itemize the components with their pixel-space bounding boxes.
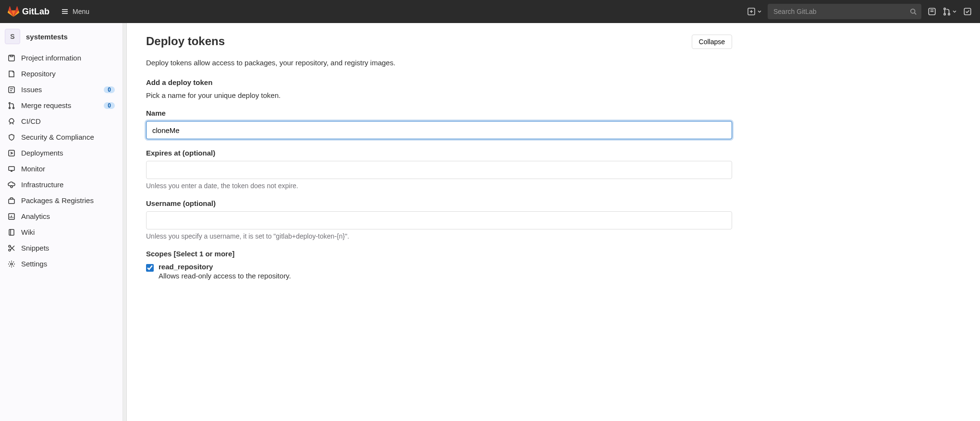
sidebar-item-issues[interactable]: Issues 0 [0, 82, 122, 97]
search-input[interactable] [768, 4, 921, 19]
svg-point-6 [911, 9, 915, 13]
svg-rect-15 [9, 55, 14, 61]
username-label: Username (optional) [146, 199, 732, 207]
svg-rect-24 [9, 167, 14, 170]
sidebar-item-label: Wiki [21, 228, 115, 236]
gitlab-logo-icon [8, 6, 19, 17]
project-avatar: S [5, 29, 20, 44]
expires-field-group: Expires at (optional) Unless you enter a… [146, 149, 732, 190]
sidebar-item-analytics[interactable]: Analytics [0, 208, 122, 224]
sidebar-item-label: Security & Compliance [21, 133, 115, 141]
topbar-left: GitLab Menu [8, 6, 93, 17]
package-icon [8, 197, 15, 204]
svg-point-11 [944, 8, 945, 10]
expires-label: Expires at (optional) [146, 149, 732, 157]
sidebar-item-label: Monitor [21, 165, 115, 173]
plus-icon [747, 8, 755, 15]
svg-point-39 [11, 263, 12, 265]
deployments-icon [8, 149, 15, 157]
scopes-title: Scopes [Select 1 or more] [146, 250, 732, 258]
svg-rect-16 [10, 55, 13, 57]
merge-requests-shortcut[interactable] [943, 7, 957, 16]
topbar: GitLab Menu [0, 0, 980, 23]
username-help: Unless you specify a username, it is set… [146, 232, 732, 240]
sidebar-item-project-information[interactable]: Project information [0, 50, 122, 66]
sidebar-item-settings[interactable]: Settings [0, 256, 122, 272]
scope-checkbox-read-repository[interactable] [146, 264, 154, 272]
sidebar-item-label: Deployments [21, 149, 115, 157]
book-icon [8, 229, 15, 236]
svg-point-36 [9, 245, 11, 247]
chart-icon [8, 213, 15, 220]
issues-count-badge: 0 [104, 86, 115, 93]
add-token-title: Add a deploy token [146, 78, 732, 86]
sidebar-item-snippets[interactable]: Snippets [0, 240, 122, 256]
project-name: systemtests [26, 33, 68, 41]
shield-icon [8, 133, 15, 141]
issues-icon [8, 86, 15, 94]
topbar-right [747, 4, 972, 19]
search-wrap [768, 4, 921, 19]
sidebar-item-wiki[interactable]: Wiki [0, 224, 122, 240]
collapse-button[interactable]: Collapse [692, 35, 732, 49]
add-token-desc: Pick a name for your unique deploy token… [146, 91, 732, 99]
scope-name: read_repository [159, 263, 291, 271]
svg-rect-23 [9, 150, 14, 156]
chevron-down-icon [757, 9, 762, 14]
scope-description: Allows read-only access to the repositor… [159, 272, 291, 280]
mr-count-badge: 0 [104, 102, 115, 109]
sidebar-item-label: Packages & Registries [21, 196, 115, 204]
sidebar-item-label: Infrastructure [21, 180, 115, 189]
sidebar-item-merge-requests[interactable]: Merge requests 0 [0, 97, 122, 113]
hamburger-icon [61, 8, 69, 15]
section-header: Deploy tokens Collapse [146, 35, 732, 53]
svg-point-12 [944, 13, 945, 15]
expires-help: Unless you enter a date, the token does … [146, 182, 732, 190]
cloud-gear-icon [8, 181, 15, 189]
sidebar-item-packages[interactable]: Packages & Registries [0, 192, 122, 208]
sidebar-item-label: Merge requests [21, 101, 98, 109]
sidebar-item-label: Settings [21, 260, 115, 268]
svg-point-22 [13, 107, 14, 108]
username-input[interactable] [146, 211, 732, 229]
project-header[interactable]: S systemtests [0, 23, 122, 50]
todo-shortcut-icon[interactable] [963, 7, 972, 16]
sidebar-item-infrastructure[interactable]: Infrastructure [0, 177, 122, 192]
brand-text: GitLab [22, 7, 49, 17]
logo[interactable]: GitLab [8, 6, 49, 17]
sidebar-item-label: Repository [21, 70, 115, 78]
sidebar: S systemtests Project information Reposi… [0, 23, 123, 421]
menu-label: Menu [73, 8, 89, 15]
repository-icon [8, 70, 15, 78]
merge-icon [8, 102, 15, 109]
svg-point-35 [9, 249, 11, 251]
name-label: Name [146, 109, 732, 117]
search-icon [910, 8, 917, 15]
svg-rect-17 [9, 87, 14, 93]
sidebar-resize-handle[interactable] [123, 23, 127, 421]
username-field-group: Username (optional) Unless you specify a… [146, 199, 732, 240]
chevron-down-icon [952, 9, 957, 14]
svg-point-27 [11, 186, 12, 188]
sidebar-item-deployments[interactable]: Deployments [0, 145, 122, 161]
new-dropdown[interactable] [747, 8, 762, 15]
sidebar-item-cicd[interactable]: CI/CD [0, 113, 122, 129]
svg-point-13 [948, 13, 950, 15]
sidebar-item-label: Analytics [21, 212, 115, 220]
svg-point-21 [9, 107, 11, 108]
monitor-icon [8, 165, 15, 173]
svg-rect-28 [9, 199, 14, 204]
page-description: Deploy tokens allow access to packages, … [146, 59, 732, 67]
scopes-group: Scopes [Select 1 or more] read_repositor… [146, 250, 732, 280]
main-content: Deploy tokens Collapse Deploy tokens all… [127, 23, 751, 421]
svg-line-7 [915, 13, 917, 15]
sidebar-item-label: Snippets [21, 244, 115, 252]
sidebar-item-security[interactable]: Security & Compliance [0, 129, 122, 145]
expires-input[interactable] [146, 161, 732, 179]
menu-button[interactable]: Menu [57, 6, 93, 17]
issues-shortcut-icon[interactable] [927, 7, 937, 16]
sidebar-item-repository[interactable]: Repository [0, 66, 122, 82]
scissors-icon [8, 244, 15, 252]
name-input[interactable] [146, 121, 732, 139]
sidebar-item-monitor[interactable]: Monitor [0, 161, 122, 177]
